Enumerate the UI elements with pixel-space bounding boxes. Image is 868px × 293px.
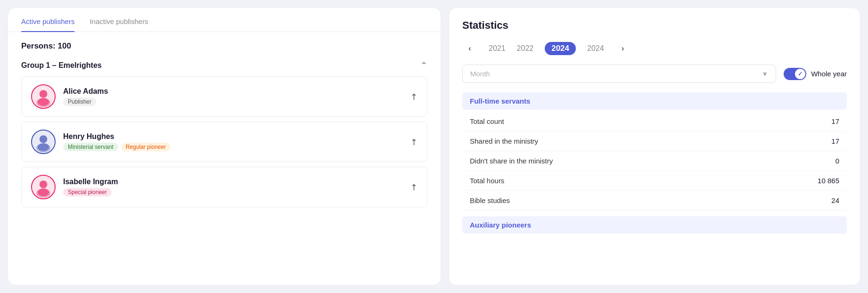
stat-label: Didn't share in the ministry (470, 157, 553, 165)
stat-row-didnt-share: Didn't share in the ministry 0 (462, 151, 847, 171)
person-info: Isabelle Ingram Special pioneer (63, 178, 403, 196)
avatar-female-icon (32, 85, 55, 108)
left-content: Persons: 100 Group 1 – Emelrightes ⌃ (8, 32, 441, 285)
person-badges: Publisher (63, 98, 403, 106)
chevron-up-icon[interactable]: ⌃ (420, 60, 427, 71)
avatar (31, 130, 56, 154)
stat-value: 17 (831, 137, 839, 145)
checkmark-icon: ✓ (798, 71, 802, 77)
year-2024-next[interactable]: 2024 (587, 44, 604, 53)
persons-count: Persons: 100 (21, 41, 427, 51)
link-arrow-icon[interactable]: ↗ (408, 181, 420, 193)
person-name: Alice Adams (63, 87, 403, 96)
tabs-bar: Active publishers Inactive publishers (8, 8, 441, 32)
person-badges: Ministerial servant Regular pioneer (63, 143, 403, 151)
month-select[interactable]: Month ▼ (462, 65, 776, 83)
badge-publisher: Publisher (63, 98, 96, 106)
dropdown-arrow-icon: ▼ (762, 70, 768, 78)
avatar (31, 84, 56, 109)
group-header: Group 1 – Emelrightes ⌃ (21, 60, 427, 71)
year-nav: ‹ 2021 2022 2024 2024 › (462, 41, 847, 56)
svg-point-11 (36, 189, 50, 197)
person-info: Alice Adams Publisher (63, 87, 403, 106)
svg-point-3 (36, 98, 50, 107)
person-card[interactable]: Henry Hughes Ministerial servant Regular… (21, 122, 427, 162)
toggle-knob: ✓ (795, 69, 805, 79)
filter-row: Month ▼ ✓ Whole year (462, 65, 847, 83)
person-list: Alice Adams Publisher ↗ (21, 76, 427, 207)
tab-inactive-publishers[interactable]: Inactive publishers (90, 17, 148, 32)
year-2024-active[interactable]: 2024 (545, 42, 576, 55)
stat-value: 0 (835, 157, 839, 165)
right-panel: Statistics ‹ 2021 2022 2024 2024 › Month… (449, 8, 860, 285)
avatar-female-icon (32, 176, 55, 198)
stat-row-total-hours: Total hours 10 865 (462, 171, 847, 191)
stat-value: 17 (831, 117, 839, 125)
next-year-button[interactable]: › (615, 41, 631, 56)
person-card[interactable]: Alice Adams Publisher ↗ (21, 76, 427, 117)
whole-year-label: Whole year (811, 70, 847, 78)
prev-year-button[interactable]: ‹ (462, 41, 477, 56)
person-name: Isabelle Ingram (63, 178, 403, 186)
badge-ministerial-servant: Ministerial servant (63, 143, 118, 151)
year-2022[interactable]: 2022 (517, 44, 534, 53)
avatar-male-icon (32, 130, 55, 153)
avatar (31, 175, 56, 199)
svg-point-5 (40, 135, 48, 143)
svg-point-9 (40, 180, 48, 188)
person-name: Henry Hughes (63, 132, 403, 141)
link-arrow-icon[interactable]: ↗ (408, 90, 420, 103)
left-panel: Active publishers Inactive publishers Pe… (8, 8, 441, 285)
person-info: Henry Hughes Ministerial servant Regular… (63, 132, 403, 151)
year-2021[interactable]: 2021 (489, 44, 506, 53)
tab-active-publishers[interactable]: Active publishers (21, 17, 74, 32)
svg-point-7 (36, 144, 50, 152)
person-card[interactable]: Isabelle Ingram Special pioneer ↗ (21, 167, 427, 207)
stats-title: Statistics (462, 19, 847, 32)
stat-row-bible-studies: Bible studies 24 (462, 191, 847, 211)
stat-value: 24 (831, 196, 839, 204)
month-placeholder: Month (470, 70, 490, 78)
whole-year-toggle[interactable]: ✓ (784, 68, 806, 80)
whole-year-toggle-row: ✓ Whole year (784, 68, 847, 80)
stat-row-total-count: Total count 17 (462, 112, 847, 131)
stat-label: Total count (470, 117, 504, 125)
badge-special-pioneer: Special pioneer (63, 188, 112, 196)
stat-label: Total hours (470, 177, 504, 185)
stat-label: Shared in the ministry (470, 137, 538, 145)
section-auxiliary-pioneers: Auxiliary pioneers (462, 216, 847, 234)
person-badges: Special pioneer (63, 188, 403, 196)
section-full-time-servants: Full-time servants (462, 92, 847, 110)
svg-point-1 (40, 90, 48, 98)
stat-label: Bible studies (470, 196, 510, 204)
badge-regular-pioneer: Regular pioneer (121, 143, 171, 151)
stat-value: 10 865 (818, 177, 839, 185)
stat-row-shared: Shared in the ministry 17 (462, 131, 847, 151)
link-arrow-icon[interactable]: ↗ (408, 136, 420, 148)
group-title: Group 1 – Emelrightes (21, 61, 102, 70)
